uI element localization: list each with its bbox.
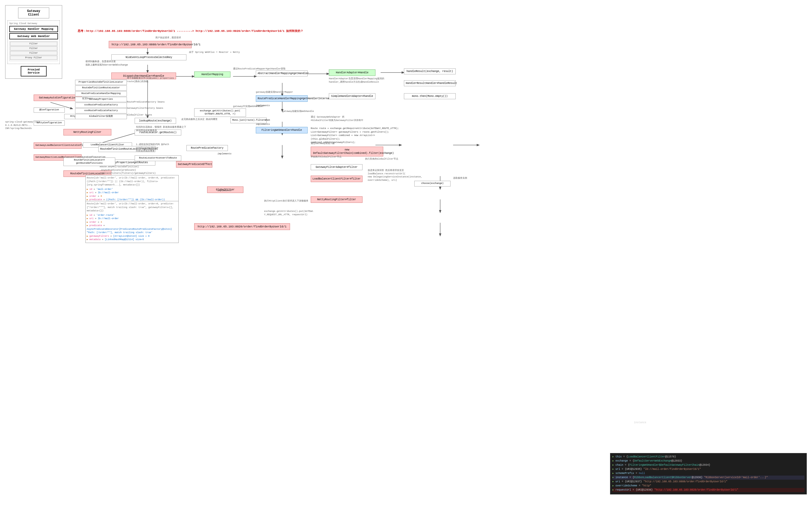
code-line-3: ▶ chain = {FilteringWebHandler$DefaultGa… [612, 463, 805, 467]
annotation-predicate-list: 1.成组追加定制的代码 如Path predicates=Route 向前追后成… [136, 143, 188, 153]
handler-adapter-handle: HandlerAdapter#Handle [329, 69, 375, 76]
route-locator-node: RouteLocator#convertToRoute [135, 155, 181, 161]
annotation-execute-global: 执行具体的GlobalFilter节点 [365, 158, 398, 161]
main-url-node: http://192.168.65.103:8888/order/findOrd… [109, 41, 192, 48]
xxx-route-predicate-factory2: xxxRoutePredicateFactory [75, 108, 127, 113]
annotation-filter-beans: GatewayFilterFactory beans [127, 107, 163, 110]
xxx-route-predicate-factory1: xxxRoutePredicateFactory [75, 103, 127, 108]
proxy-filter: Proxy Filter [10, 56, 57, 60]
load-balancer-filter-node: LoadBalancerClientFilter#filter [311, 176, 362, 182]
annotation-summary: gateway创建实现WebHandle [282, 110, 334, 113]
red-note: 思考：http://192.168.65.103:8888/order/find… [78, 29, 303, 33]
handler-mapping-box: Gateway Handler Mapping [9, 26, 58, 32]
annotation-proxy-filter: 执行HttpClient执行请求进入下游微服务 [264, 199, 316, 203]
code-line-9: ▶ requestUrl = {URI@12938} "http://192.1… [612, 488, 805, 492]
spring-cloud-gateway-annotation: spring-cloud-gateway-core 0.1.0.BUILD-ME… [5, 120, 41, 130]
implements-label-4: implements [218, 189, 231, 193]
annotation-netty2: 由于 Spring WebFlux + Reactor = Netty [189, 51, 280, 54]
exchange-put-gateway-route: exchange.getAttributes().put( GATEWAY_RO… [194, 108, 246, 117]
code-line-2: ▶ exchange = {DefaultServerWebExchange@1… [612, 459, 805, 463]
handler-result-handler: HandlerResultHandler#handleResult [404, 80, 456, 86]
filter-2: Filter [10, 46, 57, 51]
bean-label-1: 配置Bean [82, 97, 93, 101]
annotation-dispatcher: 请求到服务器，负责请求分发 实际上最终实现为ServerWebExchange [85, 60, 158, 66]
annotation-lookup-returns: 走完路由服务之后决定 路由到哪里 [181, 118, 233, 121]
route-predicate-handler-mapping: RoutePredicateHandlerMapping#getHandlerI… [256, 95, 308, 102]
annotation-gateway-web-adapter: 通过 GatewayWebAdapter 把 #GlobalFilter转换为G… [311, 115, 404, 122]
annotation-global-beans: GlobalFilter beans [127, 113, 152, 117]
annotation-gateway-filter-start: 开始执行GlobalFilter节点 [311, 155, 362, 159]
choose-exchange: choose(exchange) [414, 181, 451, 187]
spring-cloud-label: Spring Cloud Gateway [9, 22, 58, 25]
scg-box: Spring Cloud Gateway Gateway Handler Map… [7, 21, 60, 64]
lookup-route: lookupRoute(exchange) [135, 118, 176, 124]
inner-box-2: Route{id='mall-order', uri=lb://mall-ord… [85, 201, 179, 243]
annotation-handler-adapter: HandlerAdapter负责清理HandlerMapping返回的handl… [329, 77, 394, 84]
sidebar-diagram: Gateway Client Spring Cloud Gateway Gate… [5, 5, 62, 79]
handle-result-node: handleResult(exchange, result) [404, 68, 456, 74]
code-line-5: ▶ schemePrefix = null [612, 472, 805, 476]
route-predicate-factory-main: RoutePredicateFactory [186, 145, 228, 151]
new-default-gateway-filter-chain: new DefaultGatewayFilterChain(combined).… [311, 147, 383, 157]
code-line-4: ▶ url = {URI@12935} "lb://mail-order/fin… [612, 467, 805, 472]
code-line-8: ▶ overrideScheme = "http" [612, 484, 805, 488]
code-line-6: ▶ instance = {RibbonLoadBalancerClient$R… [612, 476, 805, 480]
netty-routing-filter-main: NettyRoutingFilter [63, 129, 111, 136]
filter-3: Filter [10, 51, 57, 55]
simple-handler-adapter: SimpleHandlerAdapter#handle [329, 93, 375, 99]
instance-label: instance [634, 421, 646, 425]
filter-1: Filter [10, 42, 57, 46]
annotation-choose: 选取服务实例 [453, 177, 467, 180]
implements-label-3: implements [218, 152, 231, 156]
filter-list: Filter Filter Filter Proxy Filter [9, 41, 58, 61]
route-def-locator-get-defs: RoutDefinitionLocator#getRouteDefinition… [63, 158, 115, 166]
abstract-handler-mapping: AbstractHandlerMapping#getHandler [256, 70, 308, 77]
final-url-node: http://192.168.65.103:8020/order/findOrd… [194, 223, 290, 230]
gateway-predicate-effect: GatewayPredicateEffect [176, 161, 212, 168]
route-def-route-locator: RouteDefinitionRouteLocator [75, 85, 127, 91]
implements-label-2: implements [256, 123, 270, 126]
annotation-exchange-attrs: 先找到合适路由，慢慢把 新老路由服务重建之下 来说同连由老服务器 [136, 125, 208, 132]
web-handler-box: Gateway Web Handler [9, 33, 58, 39]
gateway-filter-adapter-filter: GatewayFilterAdapter#filter [311, 164, 362, 170]
annotation-lb-resolve: 放进来运算回答 然后将请求发送至loadBalance.reconstructU… [368, 169, 445, 182]
annotation-handler-mapping: 通过RoutePredicateMapper#getHandler获取 [233, 67, 306, 71]
implements-label-1: implements [256, 104, 270, 108]
gateway-client-box: Gateway Client [18, 7, 49, 19]
netty-routing-filter-filter: NettyRoutingFilter#filter [311, 196, 362, 203]
annotation-gateway-request-url: exchange.getAttributes().put(GATEWA Y_RE… [264, 210, 350, 216]
properties-route-def-locator: PropertiesRouteDefinitionLocator [75, 80, 127, 85]
mono-justive-handler: Mono.just(route).filterWhen [230, 118, 267, 123]
code-line-7: ▶ uri = {URI@12937} "http://192.168.65.1… [612, 480, 805, 484]
annotation-predicate-beans: RoutePredicateFactory beans [127, 101, 165, 104]
annotation-routes: 用于加载配置文件(比如yaml) properties route(路由)的加载 [127, 77, 192, 83]
code-line-1: ▶ this = {LoadBalancerClientFilter@11578… [612, 455, 805, 459]
gateway-load-balancer-client: GatewayLoadBalancerClientAutoConfigurati… [34, 142, 82, 149]
annotation-related-impl: gateway创建实现HandlerMapper [256, 91, 308, 94]
code-panel: ▶ this = {LoadBalancerClientFilter@11578… [610, 453, 807, 494]
filtering-web-handler: FilteringWebHandler#handle [256, 127, 308, 133]
global-filter-node: GlobalFilter实现类 [75, 114, 127, 119]
nio-event-loop: NioEventLoopProcessSelectedKey [111, 54, 186, 60]
annotation-gateway-impl: 通过Gateway实现下面 [311, 142, 335, 145]
route-predicate-handler-mapping2: RoutePredicateHandlerMapping [75, 91, 127, 96]
mono-then-node: mono.then(Mono.empty()) [404, 93, 456, 99]
handler-mapping-node: HandlerMapping [194, 72, 230, 78]
annotation-netty: 用户发起请求，图层请求 [155, 36, 181, 39]
at-configuration: @Configuration [34, 108, 65, 113]
proxied-service-box: Proxied Service [21, 66, 47, 77]
gateway-auto-config: GatewayAutoConfiguration [34, 94, 82, 101]
